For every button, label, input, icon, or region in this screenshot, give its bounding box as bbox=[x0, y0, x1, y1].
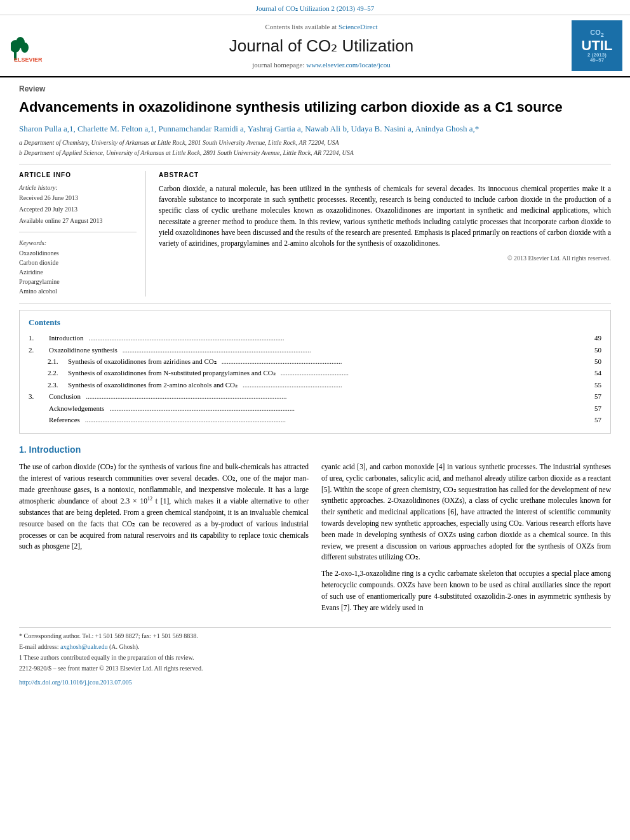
toc-introduction: 1. Introduction ........................… bbox=[29, 333, 601, 343]
available-online: Available online 27 August 2013 bbox=[19, 217, 137, 225]
copyright-note: © 2013 Elsevier Ltd. All rights reserved… bbox=[159, 254, 611, 263]
journal-title: Journal of CO₂ Utilization bbox=[229, 34, 413, 57]
received: Received 26 June 2013 bbox=[19, 194, 137, 203]
affiliation-a: a Department of Chemistry, University of… bbox=[19, 138, 611, 147]
divider-1 bbox=[19, 164, 611, 164]
contents-section: Contents 1. Introduction ...............… bbox=[19, 310, 611, 434]
introduction-section: 1. Introduction The use of carbon dioxid… bbox=[19, 444, 611, 618]
header-area: ELSEVIER Contents lists available at Sci… bbox=[0, 15, 630, 77]
badge-pages: 49–57 bbox=[590, 58, 604, 63]
kw-2: Carbon dioxide bbox=[19, 258, 137, 267]
elsevier-logo: ELSEVIER bbox=[11, 29, 68, 63]
main-content: Review Advancements in oxazolidinone syn… bbox=[0, 77, 630, 695]
footnote-issn: 2212-9820/$ – see front matter © 2013 El… bbox=[19, 664, 611, 673]
toc-oxazolidinone: 2. Oxazolidinone synthesis .............… bbox=[29, 345, 601, 355]
journal-homepage: journal homepage: www.elsevier.com/locat… bbox=[252, 60, 390, 70]
article-info-col: ARTICLE INFO Article history: Received 2… bbox=[19, 171, 146, 297]
contents-available-text: Contents lists available at bbox=[265, 23, 338, 30]
intro-p2: cyanic acid [3], and carbon monoxide [4]… bbox=[321, 462, 611, 563]
keywords-label: Keywords: bbox=[19, 239, 137, 248]
footnotes: * Corresponding author. Tel.: +1 501 569… bbox=[19, 627, 611, 687]
journal-top-text: Journal of CO₂ Utilization 2 (2013) 49–5… bbox=[256, 4, 375, 12]
toc-2-2: 2.2. Synthesis of oxazolidinones from N-… bbox=[29, 368, 601, 378]
footnote-corresponding: * Corresponding author. Tel.: +1 501 569… bbox=[19, 632, 611, 641]
abstract-title: ABSTRACT bbox=[159, 171, 611, 180]
doi-link: http://dx.doi.org/10.1016/j.jcou.2013.07… bbox=[19, 678, 611, 687]
sciencedirect-line: Contents lists available at ScienceDirec… bbox=[265, 22, 377, 32]
page: Journal of CO₂ Utilization 2 (2013) 49–5… bbox=[0, 0, 630, 714]
abstract-text: Carbon dioxide, a natural molecule, has … bbox=[159, 183, 611, 250]
divider-2 bbox=[19, 303, 611, 303]
accepted: Accepted 20 July 2013 bbox=[19, 205, 137, 214]
header-left: ELSEVIER bbox=[8, 20, 71, 71]
toc-acknowledgements: Acknowledgements .......................… bbox=[29, 404, 601, 413]
affiliations: a Department of Chemistry, University of… bbox=[19, 138, 611, 157]
intro-col1: The use of carbon dioxide (CO₂) for the … bbox=[19, 462, 309, 619]
abstract-col: ABSTRACT Carbon dioxide, a natural molec… bbox=[159, 171, 611, 297]
header-center: Contents lists available at ScienceDirec… bbox=[77, 20, 565, 71]
kw-1: Oxazolidinones bbox=[19, 249, 137, 258]
svg-text:ELSEVIER: ELSEVIER bbox=[14, 57, 43, 63]
svg-point-3 bbox=[21, 43, 29, 53]
kw-4: Propargylamine bbox=[19, 277, 137, 286]
affiliation-b: b Department of Applied Science, Univers… bbox=[19, 149, 611, 157]
kw-5: Amino alcohol bbox=[19, 287, 137, 296]
doi-anchor[interactable]: http://dx.doi.org/10.1016/j.jcou.2013.07… bbox=[19, 679, 132, 686]
history-label: Article history: bbox=[19, 183, 137, 192]
divider-keywords bbox=[19, 232, 137, 232]
footnote-contributed: 1 These authors contributed equally in t… bbox=[19, 653, 611, 662]
kw-3: Aziridine bbox=[19, 268, 137, 277]
section-label: Review bbox=[19, 84, 611, 95]
badge-main: UTIL bbox=[582, 39, 613, 53]
authors: Sharon Pulla a,1, Charlette M. Felton a,… bbox=[19, 123, 611, 135]
journal-top-bar: Journal of CO₂ Utilization 2 (2013) 49–5… bbox=[0, 0, 630, 15]
intro-p3: The 2-oxo-1,3-oxazolidine ring is a cycl… bbox=[321, 568, 611, 613]
article-info-title: ARTICLE INFO bbox=[19, 171, 137, 180]
co2-badge: CO2 UTIL 2 (2013) 49–57 bbox=[572, 20, 622, 71]
keywords-list: Oxazolidinones Carbon dioxide Aziridine … bbox=[19, 249, 137, 296]
homepage-link[interactable]: www.elsevier.com/locate/jcou bbox=[306, 61, 390, 69]
sciencedirect-link[interactable]: ScienceDirect bbox=[338, 23, 378, 30]
header-right: CO2 UTIL 2 (2013) 49–57 bbox=[572, 20, 622, 71]
contents-title: Contents bbox=[29, 317, 601, 328]
toc-2-3: 2.3. Synthesis of oxazolidinones from 2-… bbox=[29, 380, 601, 390]
keywords-section: Keywords: Oxazolidinones Carbon dioxide … bbox=[19, 239, 137, 296]
introduction-heading: 1. Introduction bbox=[19, 444, 611, 457]
email-link[interactable]: axghosh@ualr.edu bbox=[60, 643, 107, 650]
intro-col2: cyanic acid [3], and carbon monoxide [4]… bbox=[321, 462, 611, 619]
intro-p1: The use of carbon dioxide (CO₂) for the … bbox=[19, 462, 309, 552]
footnote-email: E-mail address: axghosh@ualr.edu (A. Gho… bbox=[19, 643, 611, 651]
article-title: Advancements in oxazolidinone synthesis … bbox=[19, 98, 611, 117]
introduction-body: The use of carbon dioxide (CO₂) for the … bbox=[19, 462, 611, 619]
article-meta: ARTICLE INFO Article history: Received 2… bbox=[19, 171, 611, 297]
toc-2-1: 2.1. Synthesis of oxazolidinones from az… bbox=[29, 357, 601, 366]
toc-references: References .............................… bbox=[29, 415, 601, 425]
toc-conclusion: 3. Conclusion ..........................… bbox=[29, 392, 601, 401]
